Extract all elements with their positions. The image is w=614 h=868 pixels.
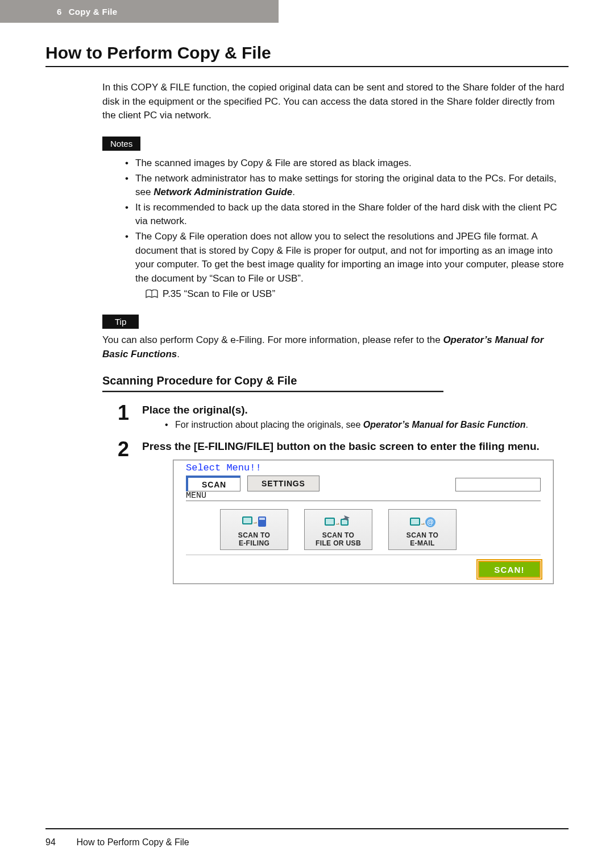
device-screenshot: Select Menu!! SCAN SETTINGS MENU bbox=[173, 460, 554, 584]
note-item: The Copy & File operation does not allow… bbox=[125, 230, 569, 301]
note-emph: Network Administration Guide bbox=[154, 187, 292, 197]
device-tab-row: SCAN SETTINGS bbox=[186, 476, 541, 491]
title-rule bbox=[45, 66, 569, 67]
tab-scan[interactable]: SCAN bbox=[186, 476, 240, 491]
status-box bbox=[455, 478, 541, 491]
email-icon: @ bbox=[409, 513, 436, 532]
svg-rect-9 bbox=[411, 519, 419, 524]
note-item: It is recommended to back up the data st… bbox=[125, 201, 569, 229]
scan-to-file-or-usb-button[interactable]: SCAN TO FILE OR USB bbox=[304, 509, 372, 550]
tip-label: Tip bbox=[102, 315, 139, 329]
step-number: 1 bbox=[114, 403, 133, 431]
tip-paragraph: You can also perform Copy & e-Filing. Fo… bbox=[102, 333, 569, 361]
file-usb-icon bbox=[323, 513, 353, 532]
notes-label: Notes bbox=[102, 137, 140, 151]
icon-label-line2: FILE OR USB bbox=[316, 539, 361, 547]
scan-to-efiling-button[interactable]: SCAN TO E-FILING bbox=[220, 509, 288, 550]
tip-text-before: You can also perform Copy & e-Filing. Fo… bbox=[102, 334, 443, 345]
icon-label-line2: E-MAIL bbox=[410, 539, 435, 547]
note-text: The scanned images by Copy & File are st… bbox=[135, 158, 412, 168]
page-footer: 94 How to Perform Copy & File bbox=[0, 828, 614, 848]
svg-text:@: @ bbox=[427, 518, 434, 526]
chapter-number: 6 bbox=[57, 7, 62, 16]
step-title: Place the original(s). bbox=[142, 404, 569, 416]
note-text: The Copy & File operation does not allow… bbox=[135, 231, 564, 284]
notes-list: The scanned images by Copy & File are st… bbox=[102, 156, 569, 301]
subheading: Scanning Procedure for Copy & File bbox=[102, 374, 569, 387]
efiling-icon bbox=[241, 513, 267, 532]
ref-text: P.35 “Scan to File or USB” bbox=[163, 287, 275, 301]
bullet-text-after: . bbox=[526, 420, 528, 429]
bullet-text-before: For instruction about placing the origin… bbox=[175, 420, 363, 429]
icon-label-line2: E-FILING bbox=[239, 539, 269, 547]
step-number: 2 bbox=[114, 439, 133, 584]
chapter-header: 6 Copy & File bbox=[0, 0, 279, 23]
chapter-title: Copy & File bbox=[69, 7, 118, 16]
svg-rect-7 bbox=[342, 520, 347, 524]
page-title: How to Perform Copy & File bbox=[45, 43, 569, 63]
step-bullet: For instruction about placing the origin… bbox=[165, 419, 569, 431]
step-bullets: For instruction about placing the origin… bbox=[142, 419, 569, 431]
note-item: The scanned images by Copy & File are st… bbox=[125, 156, 569, 171]
scan-button[interactable]: SCAN! bbox=[478, 561, 541, 578]
intro-paragraph: In this COPY & FILE function, the copied… bbox=[102, 81, 569, 123]
menu-label: MENU bbox=[186, 491, 541, 501]
device-prompt: Select Menu!! bbox=[186, 462, 541, 473]
tab-settings[interactable]: SETTINGS bbox=[247, 476, 320, 491]
page-number: 94 bbox=[45, 837, 74, 848]
svg-rect-3 bbox=[259, 518, 265, 520]
svg-rect-1 bbox=[243, 518, 251, 523]
bullet-emph: Operator’s Manual for Basic Function bbox=[363, 420, 526, 429]
icon-label-line1: SCAN TO bbox=[238, 531, 270, 539]
note-text-after: . bbox=[292, 187, 295, 197]
step-title: Press the [E-FILING/FILE] button on the … bbox=[142, 440, 569, 453]
cross-reference: P.35 “Scan to File or USB” bbox=[135, 287, 569, 301]
icon-label-line1: SCAN TO bbox=[406, 531, 438, 539]
icon-label-line1: SCAN TO bbox=[322, 531, 354, 539]
divider bbox=[186, 501, 541, 501]
scan-to-email-button[interactable]: @ SCAN TO E-MAIL bbox=[388, 509, 457, 550]
book-icon bbox=[146, 290, 158, 299]
tip-text-after: . bbox=[177, 349, 180, 359]
footer-rule bbox=[45, 828, 569, 829]
svg-rect-5 bbox=[326, 519, 334, 524]
subheading-rule bbox=[102, 391, 443, 392]
page-footer-title: How to Perform Copy & File bbox=[76, 837, 189, 847]
note-text: It is recommended to back up the data st… bbox=[135, 202, 557, 227]
note-item: The network administrator has to make se… bbox=[125, 172, 569, 200]
